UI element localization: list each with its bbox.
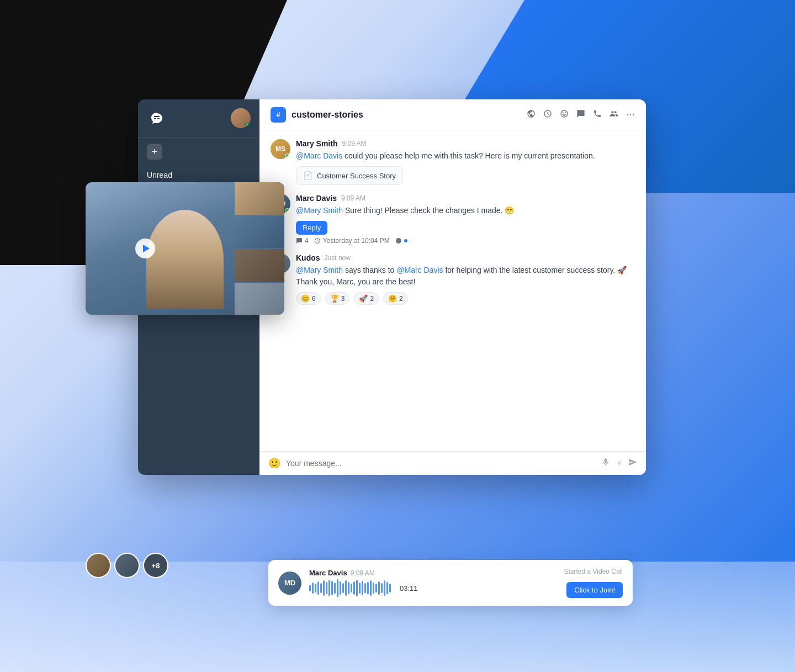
marc-mention-1: @Marc Davis — [296, 151, 342, 160]
emoji-icon[interactable] — [560, 109, 569, 120]
wave-bar — [389, 584, 391, 592]
video-grid — [86, 182, 284, 315]
input-actions: + — [601, 458, 637, 469]
message-1-text: @Marc Davis could you please help me wit… — [296, 150, 635, 162]
call-started-label: Started a Video Call — [564, 568, 623, 575]
reaction-row: 😊6 🏆3 🚀2 🤗2 — [296, 292, 635, 305]
more-icon[interactable]: ⋯ — [626, 109, 635, 120]
sidebar-item-unread[interactable]: Unread — [138, 166, 259, 184]
globe-icon[interactable] — [527, 109, 536, 120]
message-3-header: Kudos Just now — [296, 253, 635, 262]
video-thumb-3 — [235, 249, 284, 282]
wave-bar — [373, 583, 374, 594]
wave-bar — [359, 583, 361, 594]
wave-bar — [364, 583, 366, 593]
wave-bar — [367, 582, 369, 594]
file-attachment[interactable]: 📄 Customer Success Story — [296, 166, 403, 185]
message-1-content: Mary Smith 9:09 AM @Marc Davis could you… — [296, 139, 635, 185]
mary-sender-name: Mary Smith — [296, 139, 337, 148]
message-2-content: Marc Davis 9:09 AM @Mary Smith Sure thin… — [296, 194, 635, 245]
avatars-row: +8 — [86, 553, 168, 578]
mary-msg-time: 9:09 AM — [342, 140, 366, 147]
person-silhouette — [146, 210, 224, 309]
reaction-trophy[interactable]: 🏆3 — [325, 292, 350, 305]
members-icon[interactable] — [610, 109, 618, 120]
wave-bar — [317, 581, 319, 595]
reaction-rocket[interactable]: 🚀2 — [354, 292, 379, 305]
audio-waveform — [309, 579, 391, 597]
marc-mention-3: @Marc Davis — [396, 266, 443, 274]
emoji-picker-icon[interactable]: 🙂 — [268, 457, 280, 469]
meta-time: Yesterday at 10:04 PM — [314, 237, 390, 245]
online-indicator — [245, 123, 250, 128]
wave-bar — [351, 584, 352, 592]
channel-name: customer-stories — [292, 110, 363, 120]
message-3-content: Kudos Just now @Mary Smith says thanks t… — [296, 253, 635, 305]
wave-bar — [345, 580, 347, 596]
kudos-sender-name: Kudos — [296, 253, 320, 262]
call-info: Marc Davis 9:09 AM 03:11 — [309, 569, 556, 597]
channel-icon: # — [271, 107, 286, 123]
reaction-smile[interactable]: 😊6 — [296, 292, 321, 305]
wave-bar — [378, 581, 380, 595]
call-cta: Started a Video Call Click to Join! — [564, 568, 623, 598]
meta-count: 4 — [296, 237, 309, 245]
user-avatar[interactable] — [231, 108, 251, 128]
wave-bar — [384, 580, 385, 596]
clock-icon[interactable] — [543, 109, 552, 120]
microphone-icon[interactable] — [601, 458, 610, 469]
avatar-count: +8 — [143, 553, 168, 578]
reaction-hug[interactable]: 🤗2 — [383, 292, 408, 305]
add-button[interactable]: + — [147, 144, 162, 160]
avatar-2 — [114, 553, 140, 578]
send-icon[interactable] — [628, 458, 637, 469]
wave-bar — [353, 581, 355, 595]
video-thumb-4 — [235, 283, 284, 315]
phone-icon[interactable] — [593, 109, 602, 120]
video-thumbnails — [235, 182, 284, 315]
wave-bar — [337, 579, 338, 597]
message-1-header: Mary Smith 9:09 AM — [296, 139, 635, 148]
wave-bar — [340, 581, 341, 595]
wave-bar — [309, 585, 311, 591]
sidebar-item-unread-label: Unread — [147, 171, 172, 179]
wave-bar — [370, 580, 372, 596]
wave-bar — [362, 581, 363, 595]
chat-header: # customer-stories — [259, 99, 646, 130]
wave-bar — [326, 582, 327, 594]
message-row-2: MD Marc Davis 9:09 AM @Mary Smith Sure t… — [271, 194, 635, 245]
reply-button[interactable]: Reply — [296, 221, 327, 235]
mary-avatar: MS — [271, 139, 290, 159]
add-icon[interactable]: + — [617, 458, 622, 468]
chat-panel: # customer-stories — [259, 99, 646, 475]
wave-bar — [331, 581, 333, 595]
sidebar-header — [138, 99, 259, 137]
wave-bar — [328, 580, 330, 596]
play-button[interactable] — [135, 239, 155, 258]
mary-online-dot — [285, 154, 290, 158]
mary-mention-3: @Mary Smith — [296, 266, 343, 274]
video-thumb-2 — [235, 216, 284, 248]
join-call-button[interactable]: Click to Join! — [566, 582, 623, 598]
video-call-card: MD Marc Davis 9:09 AM 03:11 Started a Vi… — [268, 560, 633, 606]
chat-icon[interactable] — [576, 109, 585, 120]
avatar-1 — [86, 553, 111, 578]
wave-bar — [348, 582, 349, 594]
wave-bar — [386, 582, 388, 594]
call-avatar: MD — [278, 572, 301, 595]
wave-bar — [334, 583, 336, 594]
messages-area: MS Mary Smith 9:09 AM @Marc Davis could … — [259, 130, 646, 451]
message-input-area: 🙂 + — [259, 451, 646, 475]
marc-sender-name: Marc Davis — [296, 194, 337, 203]
message-input[interactable] — [286, 459, 596, 468]
msg-2-text-after: Sure thing! Please check the changes I m… — [345, 206, 515, 215]
wave-bar — [315, 584, 316, 592]
message-2-text: @Mary Smith Sure thing! Please check the… — [296, 205, 635, 216]
video-thumb-1 — [235, 182, 284, 215]
message-2-header: Marc Davis 9:09 AM — [296, 194, 635, 203]
marc-online-dot — [285, 208, 290, 213]
msg-1-text-after: could you please help me with this task?… — [344, 151, 595, 160]
mary-mention-2: @Mary Smith — [296, 206, 343, 215]
wave-bar — [375, 584, 377, 592]
call-sender-name: Marc Davis — [309, 569, 347, 577]
